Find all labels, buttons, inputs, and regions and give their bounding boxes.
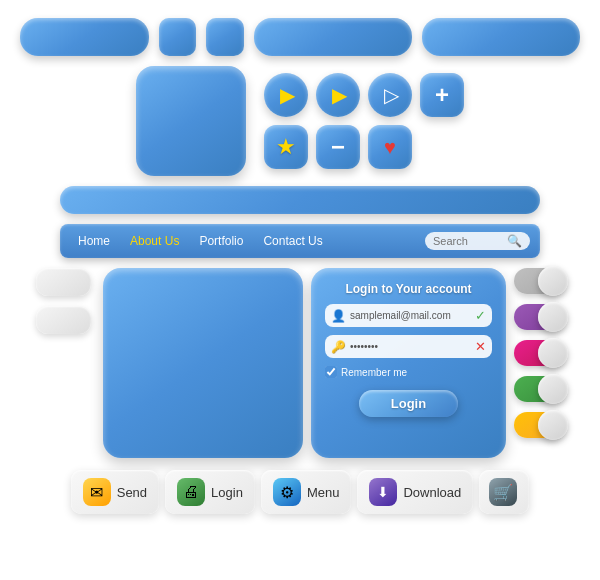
play-outline-icon: ▷ [384,83,399,107]
main-container: ▶ ▶ ▷ + ★ [0,0,600,580]
toggle-track-purple[interactable] [514,304,564,330]
play-yellow-button[interactable]: ▶ [316,73,360,117]
password-input-row[interactable]: 🔑 ✕ [325,335,492,358]
remember-row: Remember me [325,366,492,378]
close-icon: ✕ [475,339,486,354]
search-box[interactable]: 🔍 [425,232,530,250]
play-filled-icon: ▶ [280,83,295,107]
key-icon: 🔑 [331,340,346,354]
remember-label: Remember me [341,367,407,378]
user-icon: 👤 [331,309,346,323]
navigation-bar: Home About Us Portfolio Contact Us 🔍 [60,224,540,258]
login-title: Login to Your account [345,282,471,296]
download-label: Download [403,485,461,500]
long-button-1[interactable] [254,18,412,56]
send-icon: ✉ [83,478,111,506]
nav-portfolio[interactable]: Portfolio [191,232,251,250]
toggle-track-green[interactable] [514,376,564,402]
row-top-buttons [20,18,580,56]
email-input-row[interactable]: 👤 ✓ [325,304,492,327]
minus-button[interactable]: − [316,125,360,169]
row-nav: Home About Us Portfolio Contact Us 🔍 [20,224,580,258]
minus-icon: − [331,133,345,161]
row-main: Login to Your account 👤 ✓ 🔑 ✕ Remember m… [20,268,580,458]
download-button[interactable]: ⬇ Download [357,470,473,514]
toggles-column [514,268,564,438]
toggle-track-gray[interactable] [514,268,564,294]
cart-icon: 🛒 [489,478,517,506]
toggle-track-pink[interactable] [514,340,564,366]
remember-checkbox[interactable] [325,366,337,378]
toggle-thumb-3 [538,338,568,368]
small-square-button-1[interactable] [159,18,197,56]
search-icon: 🔍 [507,234,522,248]
login-bottom-label: Login [211,485,243,500]
wide-bar [60,186,540,214]
star-button[interactable]: ★ [264,125,308,169]
send-label: Send [117,485,147,500]
login-button[interactable]: Login [359,390,458,417]
cart-button[interactable]: 🛒 [479,470,529,514]
white-pill-2[interactable] [36,306,91,334]
menu-label: Menu [307,485,340,500]
row-bottom-buttons: ✉ Send 🖨 Login ⚙ Menu ⬇ Download 🛒 [20,470,580,514]
play-outline-button[interactable]: ▷ [368,73,412,117]
main-left-square [103,268,303,458]
toggle-track-yellow[interactable] [514,412,564,438]
menu-button[interactable]: ⚙ Menu [261,470,352,514]
heart-icon: ♥ [384,136,396,159]
check-icon: ✓ [475,308,486,323]
row-icons: ▶ ▶ ▷ + ★ [20,66,580,176]
printer-icon: 🖨 [177,478,205,506]
login-bottom-button[interactable]: 🖨 Login [165,470,255,514]
login-card: Login to Your account 👤 ✓ 🔑 ✕ Remember m… [311,268,506,458]
nav-home[interactable]: Home [70,232,118,250]
big-square-block [136,66,246,176]
star-icon: ★ [276,134,296,160]
plus-icon: + [435,81,449,109]
toggle-5[interactable] [514,412,564,438]
toggle-thumb-4 [538,374,568,404]
wide-button-1[interactable] [20,18,149,56]
send-button[interactable]: ✉ Send [71,470,159,514]
long-button-2[interactable] [422,18,580,56]
toggle-3[interactable] [514,340,564,366]
password-field[interactable] [350,341,471,352]
gear-icon: ⚙ [273,478,301,506]
email-field[interactable] [350,310,471,321]
heart-button[interactable]: ♥ [368,125,412,169]
play-filled-button[interactable]: ▶ [264,73,308,117]
toggle-thumb-1 [538,266,568,296]
play-yellow-icon: ▶ [332,83,347,107]
nav-about[interactable]: About Us [122,232,187,250]
toggle-2[interactable] [514,304,564,330]
toggle-4[interactable] [514,376,564,402]
download-icon: ⬇ [369,478,397,506]
toggle-1[interactable] [514,268,564,294]
search-input[interactable] [433,235,503,247]
toggle-thumb-5 [538,410,568,440]
plus-button[interactable]: + [420,73,464,117]
small-square-button-2[interactable] [206,18,244,56]
row-wide-bar [20,186,580,214]
toggle-thumb-2 [538,302,568,332]
nav-contact[interactable]: Contact Us [255,232,330,250]
white-pill-1[interactable] [36,268,91,296]
